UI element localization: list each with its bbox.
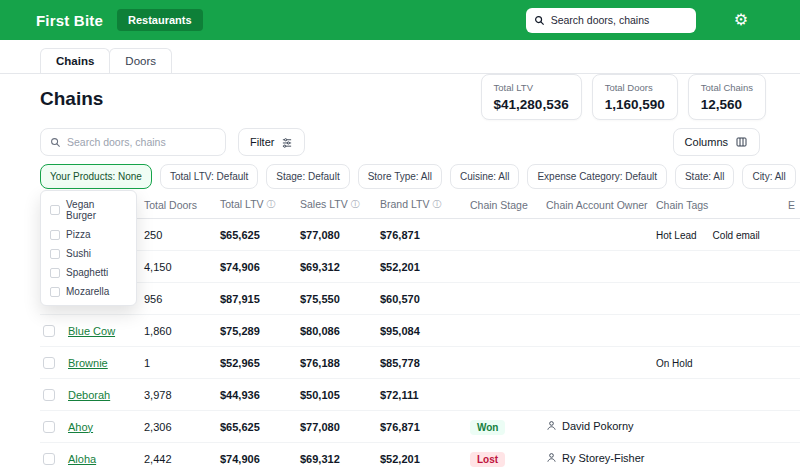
total-doors-cell: 2,306 (144, 411, 220, 443)
row-checkbox[interactable] (43, 453, 55, 465)
chains-table-wrap: Total DoorsTotal LTVⓘSales LTVⓘBrand LTV… (40, 191, 800, 472)
chain-stage-cell (470, 315, 546, 347)
chain-name-link[interactable]: Ahoy (68, 421, 93, 433)
chain-name-cell: Brownie (68, 347, 144, 379)
chain-tags-cell (656, 251, 788, 283)
sales-ltv-cell: $50,105 (300, 379, 380, 411)
filter-chip[interactable]: Your Products: None (40, 164, 152, 189)
filter-chip[interactable]: State: All (675, 164, 734, 189)
column-header[interactable]: Chain Account Owner (546, 191, 656, 219)
stat-label: Total Chains (701, 82, 753, 93)
checkbox[interactable] (50, 268, 60, 278)
person-icon (546, 452, 557, 463)
chain-name-link[interactable]: Blue Cow (68, 325, 115, 337)
row-select-cell (40, 411, 68, 443)
search-icon (534, 15, 545, 26)
brand-ltv-cell: $76,871 (380, 411, 470, 443)
table-search[interactable] (40, 128, 226, 156)
table-search-input[interactable] (67, 136, 216, 148)
chain-name-link[interactable]: Brownie (68, 357, 108, 369)
dropdown-option[interactable]: Spaghetti (41, 263, 136, 282)
filter-sliders-icon (281, 137, 293, 148)
table-row: Blue Cow1,860$75,289$80,086$95,084 (40, 315, 800, 347)
chain-name-link[interactable]: Deborah (68, 389, 110, 401)
total-ltv-cell: $74,906 (220, 443, 300, 472)
table-header-row: Total DoorsTotal LTVⓘSales LTVⓘBrand LTV… (40, 191, 800, 219)
stage-badge: Won (470, 420, 505, 435)
column-header[interactable]: E (788, 191, 800, 219)
total-ltv-cell: $65,625 (220, 411, 300, 443)
chain-tags-cell: On Hold (656, 347, 788, 379)
chain-tags-cell (656, 379, 788, 411)
sales-ltv-cell: $80,086 (300, 315, 380, 347)
chain-owner-cell (546, 347, 656, 379)
checkbox[interactable] (50, 287, 60, 297)
header-search[interactable] (526, 8, 696, 33)
filter-button[interactable]: Filter (238, 128, 305, 156)
truncated-cell (788, 411, 800, 443)
column-label: Sales LTV (300, 198, 348, 210)
brand-ltv-cell: $95,084 (380, 315, 470, 347)
chain-stage-cell (470, 379, 546, 411)
filter-chip[interactable]: Stage: Default (266, 164, 349, 189)
columns-button[interactable]: Columns (673, 128, 760, 156)
brand-ltv-cell: $72,111 (380, 379, 470, 411)
column-header[interactable]: Chain Tags (656, 191, 788, 219)
stat-card: Total LTV$41,280,536 (481, 74, 582, 120)
chain-tags-cell (656, 283, 788, 315)
stat-card: Total Chains12,560 (688, 74, 766, 120)
column-label: Chain Account Owner (546, 199, 648, 211)
truncated-cell (788, 443, 800, 472)
column-header[interactable]: Sales LTVⓘ (300, 191, 380, 219)
column-header[interactable]: Brand LTVⓘ (380, 191, 470, 219)
toolbar: Filter Columns (40, 128, 760, 156)
stage-badge: Lost (470, 452, 505, 467)
owner: David Pokorny (546, 420, 634, 432)
nav-restaurants[interactable]: Restaurants (117, 9, 203, 31)
stat-value: $41,280,536 (494, 97, 569, 112)
chain-stage-cell (470, 251, 546, 283)
row-select-cell (40, 443, 68, 472)
column-label: E (788, 199, 795, 211)
table-row: Brownie1$52,965$76,188$85,778On Hold (40, 347, 800, 379)
column-header[interactable]: Chain Stage (470, 191, 546, 219)
row-select-cell (40, 347, 68, 379)
brand-logo: First Bite (36, 12, 103, 29)
header-search-input[interactable] (551, 14, 688, 26)
row-checkbox[interactable] (43, 325, 55, 337)
truncated-cell (788, 315, 800, 347)
filter-chip[interactable]: Expense Category: Default (527, 164, 667, 189)
chain-name-link[interactable]: Aloha (68, 453, 96, 465)
filter-chip[interactable]: City: All (742, 164, 795, 189)
info-icon: ⓘ (432, 199, 441, 209)
row-checkbox[interactable] (43, 357, 55, 369)
chain-owner-cell: Ry Storey-Fisher (546, 443, 656, 472)
dropdown-option[interactable]: Vegan Burger (41, 195, 136, 225)
table-row: Black Sushi956$87,915$75,550$60,570 (40, 283, 800, 315)
checkbox[interactable] (50, 230, 60, 240)
gear-icon[interactable]: ⚙ (734, 12, 748, 28)
dropdown-option[interactable]: Sushi (41, 244, 136, 263)
column-label: Total LTV (220, 198, 264, 210)
tab-chains[interactable]: Chains (40, 48, 110, 73)
column-header[interactable]: Total LTVⓘ (220, 191, 300, 219)
filter-chip[interactable]: Total LTV: Default (160, 164, 258, 189)
chain-name-cell: Blue Cow (68, 315, 144, 347)
column-header[interactable]: Total Doors (144, 191, 220, 219)
filter-chip[interactable]: Store Type: All (358, 164, 442, 189)
filter-chip[interactable]: Cuisine: All (450, 164, 519, 189)
column-label: Chain Tags (656, 199, 708, 211)
dropdown-option[interactable]: Mozarella (41, 282, 136, 301)
dropdown-option[interactable]: Pizza (41, 225, 136, 244)
stat-label: Total LTV (494, 82, 569, 93)
brand-ltv-cell: $60,570 (380, 283, 470, 315)
tab-doors[interactable]: Doors (109, 48, 172, 73)
checkbox[interactable] (50, 205, 60, 215)
chain-stage-cell (470, 347, 546, 379)
search-icon (50, 137, 61, 148)
row-checkbox[interactable] (43, 389, 55, 401)
checkbox[interactable] (50, 249, 60, 259)
sales-ltv-cell: $76,188 (300, 347, 380, 379)
owner-name: David Pokorny (562, 420, 634, 432)
row-checkbox[interactable] (43, 421, 55, 433)
